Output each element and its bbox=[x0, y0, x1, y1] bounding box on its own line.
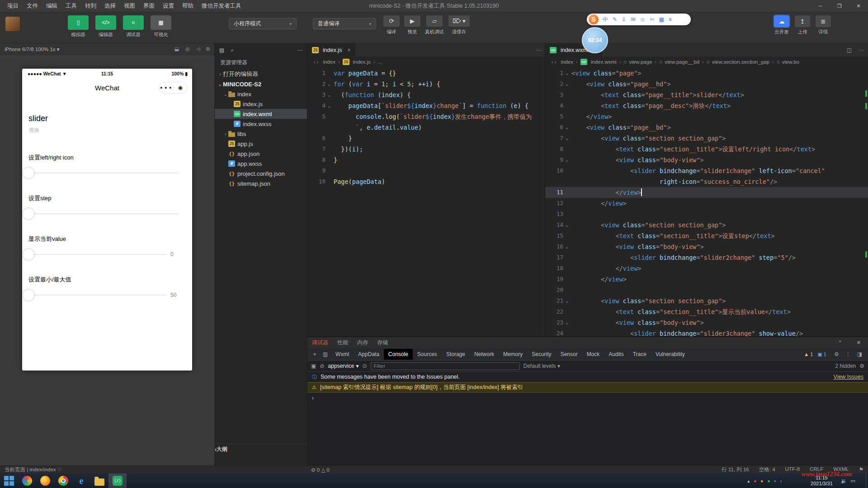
tray-icon[interactable]: ♪ bbox=[780, 479, 782, 483]
fold-icon[interactable]: ⌄ bbox=[326, 79, 333, 89]
status-item[interactable]: 行 11, 列 16 bbox=[722, 466, 749, 473]
menu-item-编辑[interactable]: 编辑 bbox=[42, 1, 61, 11]
slider-track[interactable] bbox=[29, 213, 179, 214]
slider-thumb[interactable] bbox=[23, 208, 34, 219]
taskbar-icon-start[interactable] bbox=[0, 474, 18, 488]
close-icon[interactable]: × bbox=[347, 47, 350, 53]
tree-item-index.wxml[interactable]: index.wxml bbox=[215, 109, 307, 119]
tray-icon[interactable]: ● bbox=[760, 479, 763, 483]
action-编译[interactable]: ⟳编译 bbox=[383, 15, 400, 35]
menu-item-界面[interactable]: 界面 bbox=[140, 1, 158, 11]
inspect-icon[interactable]: ⌖ bbox=[310, 351, 320, 357]
breadcrumb-item[interactable]: index bbox=[561, 59, 573, 65]
action-上传[interactable]: ↥上传 bbox=[795, 15, 810, 35]
editor-action-icon[interactable]: ◫ bbox=[843, 43, 855, 57]
recorder-tool-icon[interactable]: ☺ bbox=[640, 17, 645, 22]
screen-recorder-toolbar[interactable]: S 中✎⇩✉☺✄▦≡ bbox=[587, 14, 691, 25]
device-icon[interactable]: ▥ bbox=[320, 351, 331, 357]
debugger-tab-调试器[interactable]: 调试器 bbox=[312, 339, 328, 347]
recorder-tool-icon[interactable]: ✎ bbox=[613, 17, 617, 22]
menu-item-帮助[interactable]: 帮助 bbox=[179, 1, 197, 11]
toggle-模拟器[interactable]: ▯模拟器 bbox=[66, 15, 90, 38]
toggle-调试器[interactable]: ⌗调试器 bbox=[122, 15, 145, 38]
tray-icon[interactable]: ▴ bbox=[747, 479, 750, 483]
device-bar-icon[interactable]: ⧉ bbox=[206, 46, 210, 52]
breadcrumb-item[interactable]: ◇view.page__bd bbox=[659, 59, 699, 65]
fold-icon[interactable]: ⌄ bbox=[563, 155, 571, 165]
taskbar-icon-devtools[interactable] bbox=[108, 474, 127, 488]
gear-icon[interactable]: ⚙ bbox=[831, 351, 842, 357]
device-select[interactable]: iPhone 6/7/8 100% 1x ▾ bbox=[5, 46, 60, 52]
slider-thumb[interactable] bbox=[23, 168, 34, 178]
devtools-tab-Security[interactable]: Security bbox=[527, 349, 556, 360]
fold-icon[interactable]: ⌄ bbox=[326, 89, 333, 100]
slider-track[interactable] bbox=[29, 254, 167, 255]
devtools-tab-Audits[interactable]: Audits bbox=[604, 349, 628, 360]
debugger-tab-内存[interactable]: 内存 bbox=[357, 339, 368, 347]
taskbar-icon-chrome[interactable] bbox=[54, 474, 72, 488]
recorder-tool-icon[interactable]: 中 bbox=[603, 17, 608, 22]
slider-track[interactable] bbox=[29, 173, 179, 174]
devtools-tab-Trace[interactable]: Trace bbox=[628, 349, 651, 360]
menu-item-设置[interactable]: 设置 bbox=[159, 1, 178, 11]
breadcrumb-item[interactable]: index bbox=[323, 59, 335, 65]
taskbar-icon-folder[interactable] bbox=[90, 474, 108, 488]
action-真机调试[interactable]: ▱真机调试 bbox=[425, 15, 444, 35]
debugger-tab-存储[interactable]: 存储 bbox=[377, 339, 388, 347]
devtools-tab-Mock[interactable]: Mock bbox=[582, 349, 604, 360]
devtools-tab-Sensor[interactable]: Sensor bbox=[556, 349, 582, 360]
breadcrumb-nav-icons[interactable]: ‹ › bbox=[314, 59, 318, 65]
menu-item-微信开发者工具[interactable]: 微信开发者工具 bbox=[198, 1, 245, 11]
toggle-可视化[interactable]: ▦可视化 bbox=[149, 15, 173, 38]
collapse-icon[interactable]: ⌃ bbox=[835, 340, 845, 346]
view-issues-link[interactable]: View Issues bbox=[834, 374, 863, 380]
tab-index.js[interactable]: index.js× bbox=[307, 43, 355, 57]
panel-toggle-icon[interactable]: ▣ bbox=[311, 363, 316, 369]
fold-icon[interactable]: ⌄ bbox=[563, 133, 571, 144]
menu-item-转到[interactable]: 转到 bbox=[81, 1, 100, 11]
console-prompt-row[interactable]: › bbox=[307, 393, 868, 403]
action-详情[interactable]: ≣详情 bbox=[816, 15, 831, 35]
compile-mode-select[interactable]: 普通编译 ▾ bbox=[313, 18, 376, 29]
device-bar-icon[interactable]: ⬓ bbox=[175, 46, 179, 52]
tray-icon[interactable]: ▭ bbox=[851, 478, 855, 484]
status-item[interactable]: ⚑ bbox=[859, 466, 863, 473]
debugger-tab-性能[interactable]: 性能 bbox=[337, 339, 348, 347]
devtools-tab-AppData[interactable]: AppData bbox=[354, 349, 384, 360]
fold-icon[interactable]: ⌄ bbox=[563, 122, 571, 133]
tree-item-app.wxss[interactable]: app.wxss bbox=[215, 159, 307, 169]
taskbar-icon-sphere[interactable] bbox=[18, 474, 36, 488]
status-item[interactable]: 空格: 4 bbox=[759, 466, 775, 473]
taskbar-icon-firefox[interactable] bbox=[36, 474, 54, 488]
recorder-tool-icon[interactable]: ▦ bbox=[659, 17, 664, 22]
more-menu-button[interactable]: ● ● ● bbox=[159, 85, 173, 90]
minimize-button[interactable]: ─ bbox=[811, 0, 830, 12]
maximize-button[interactable]: ❐ bbox=[830, 0, 849, 12]
mode-select[interactable]: 小程序模式 ▾ bbox=[229, 18, 297, 29]
status-item[interactable]: UTF-8 bbox=[785, 466, 800, 473]
tree-item-MINICODE-S2[interactable]: ⌄MINICODE-S2 bbox=[215, 79, 307, 89]
recorder-tool-icon[interactable]: ✄ bbox=[650, 17, 654, 22]
tree-item-打开的编辑器[interactable]: ›打开的编辑器 bbox=[215, 69, 307, 79]
editor-action-icon[interactable]: ⋯ bbox=[532, 43, 545, 57]
tree-item-app.js[interactable]: app.js bbox=[215, 139, 307, 149]
slider-thumb[interactable] bbox=[23, 290, 34, 300]
tree-item-sitemap.json[interactable]: sitemap.json bbox=[215, 178, 307, 188]
taskbar-icon-edge[interactable] bbox=[72, 474, 90, 488]
recorder-tool-icon[interactable]: ⇩ bbox=[622, 17, 626, 22]
device-bar-icon[interactable]: ◎ bbox=[185, 46, 190, 52]
tree-item-index.js[interactable]: index.js bbox=[215, 99, 307, 109]
menu-item-项目[interactable]: 项目 bbox=[4, 1, 22, 11]
action-清缓存[interactable]: ⌦ ▾清缓存 bbox=[448, 15, 470, 35]
console-filter-input[interactable]: Filter bbox=[371, 362, 520, 370]
tree-item-index[interactable]: ⌄index bbox=[215, 89, 307, 99]
show-desktop-button[interactable] bbox=[866, 474, 868, 488]
close-icon[interactable]: ✕ bbox=[854, 340, 863, 346]
fold-icon[interactable]: ⌄ bbox=[563, 220, 571, 230]
log-levels-select[interactable]: Default levels ▾ bbox=[524, 363, 560, 369]
fold-icon[interactable]: ⌄ bbox=[563, 317, 571, 328]
recorder-tool-icon[interactable]: ≡ bbox=[669, 17, 672, 22]
breadcrumb-item[interactable]: index.js bbox=[343, 59, 371, 65]
user-avatar[interactable] bbox=[5, 17, 20, 31]
recording-timer-bubble[interactable]: 02:34 bbox=[582, 27, 608, 53]
